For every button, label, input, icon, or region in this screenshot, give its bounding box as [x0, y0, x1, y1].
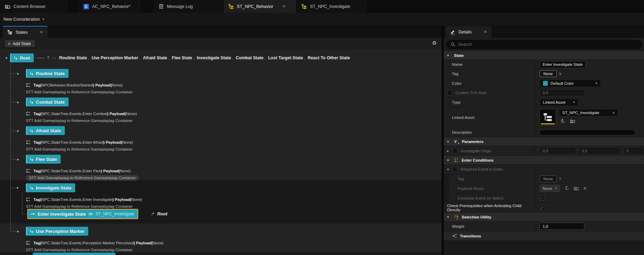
- expand-arrow[interactable]: ▾: [6, 56, 8, 60]
- tab-label: ST_NPC_Behavior: [237, 4, 273, 9]
- payload-struct-dropdown[interactable]: None ∨: [540, 185, 560, 192]
- task-afraid[interactable]: STT Add Gameplaytag to Reference Gamepla…: [26, 147, 133, 151]
- state-badge-use-perception-marker[interactable]: Use Perception Marker: [26, 227, 88, 236]
- tag-dropdown[interactable]: None: [540, 70, 557, 77]
- tree-connector: [22, 214, 27, 214]
- close-icon[interactable]: ✕: [40, 30, 43, 34]
- add-state-button[interactable]: + Add State: [4, 40, 35, 48]
- enter-condition-afraid[interactable]: Tag(NPC.StateTree.Events.Enter Afraid) P…: [26, 140, 133, 145]
- expand-arrow[interactable]: ▸: [17, 229, 19, 233]
- new-consideration-label: New Consideration: [3, 17, 40, 22]
- row-type: Type Linked Asset ∨: [444, 98, 644, 107]
- task-routine[interactable]: STT Add Gameplaytag to Reference Gamepla…: [26, 90, 133, 94]
- expand-arrow[interactable]: ▾: [17, 186, 19, 190]
- expand-arrow[interactable]: ▸: [17, 157, 19, 161]
- required-event-checkbox[interactable]: [452, 167, 457, 172]
- expand-arrow[interactable]: ▸: [17, 72, 19, 75]
- expand-arrow[interactable]: ▸: [17, 100, 19, 104]
- transition-target: Combat State: [236, 55, 264, 60]
- expand-arrow[interactable]: ▾: [444, 167, 449, 171]
- section-header-selection-utility[interactable]: ▾ Selection Utility: [444, 213, 644, 222]
- transition-target: Routine State: [59, 55, 87, 60]
- origin-z-input[interactable]: 0: [623, 147, 644, 154]
- expand-arrow[interactable]: ▸: [17, 129, 19, 133]
- close-icon[interactable]: ✕: [484, 30, 487, 34]
- description-input[interactable]: [540, 130, 635, 135]
- tab-content-browser[interactable]: Content Browser: [0, 0, 69, 13]
- tab-ac-npc-behavior[interactable]: C AC_NPC_Behavior*: [79, 0, 141, 13]
- enter-condition-use-perception[interactable]: Tag(NPC.StateTree.Events.Perception Mark…: [26, 241, 163, 245]
- section-header-transitions[interactable]: Transitions: [444, 231, 644, 241]
- state-badge-clipped[interactable]: [33, 253, 115, 255]
- task-use-perception[interactable]: STT Add Gameplaytag to Reference Gamepla…: [26, 248, 133, 252]
- details-empty-area: [444, 241, 644, 255]
- task-flee[interactable]: STT Add Gameplaytag to Reference Gamepla…: [29, 176, 139, 180]
- row-event-tag: Tag None ∨: [444, 174, 644, 184]
- state-badge-afraid[interactable]: Afraid State: [26, 126, 65, 135]
- gear-icon[interactable]: ⚙: [432, 41, 437, 46]
- investigate-origin-checkbox[interactable]: [452, 148, 457, 153]
- type-dropdown[interactable]: Linked Asset ∨: [540, 99, 578, 106]
- expand-arrow: ▾: [447, 215, 451, 219]
- new-consideration-menu[interactable]: New Consideration ∨: [0, 13, 48, 26]
- task-investigate[interactable]: STT Add Gameplaytag to Reference Gamepla…: [26, 204, 133, 208]
- chevron-down-icon[interactable]: ∨: [559, 177, 562, 180]
- state-enter-icon: [29, 129, 34, 133]
- root-state-row: ▾ Root ? → Routine State, Use Perception…: [6, 53, 350, 62]
- close-icon[interactable]: ✕: [283, 4, 286, 9]
- tree-connector: [10, 73, 17, 74]
- browse-to-asset-icon[interactable]: [574, 186, 579, 191]
- enter-condition-combat[interactable]: Tag(NPC.StateTree.Events.Enter Combat) P…: [26, 111, 137, 116]
- use-selected-asset-icon[interactable]: [564, 186, 570, 191]
- state-badge-enter-investigate-selected[interactable]: Enter Investigate State ST_NPC_Investiga…: [27, 209, 138, 219]
- custom-tick-rate-checkbox[interactable]: [447, 90, 452, 95]
- transition-to-root: ↗ Root: [151, 211, 168, 216]
- expand-arrow: ▾: [447, 53, 451, 57]
- consume-event-checkbox[interactable]: ✓: [540, 195, 545, 201]
- tab-states[interactable]: States ✕: [3, 26, 48, 38]
- search-input[interactable]: [458, 42, 637, 47]
- state-badge-root[interactable]: Root: [10, 53, 34, 62]
- section-header-parameters[interactable]: ▾ V Parameters: [444, 137, 644, 146]
- state-badge-investigate[interactable]: Investigate State: [26, 183, 75, 192]
- origin-x-input[interactable]: 0,0: [540, 147, 576, 154]
- enter-condition-flee[interactable]: Tag(NPC.StateTree.Events.Enter Flee) Pay…: [26, 169, 131, 173]
- task-combat[interactable]: STT Add Gameplaytag to Reference Gamepla…: [26, 119, 133, 123]
- origin-y-input[interactable]: 0,0: [579, 147, 621, 154]
- chevron-down-icon: ∨: [595, 82, 597, 85]
- add-state-label: Add State: [13, 41, 31, 46]
- enter-condition-routine[interactable]: Tag(NPCBehavior.RoutineStarted) Payload(…: [26, 83, 123, 88]
- state-badge-combat[interactable]: Combat State: [26, 98, 69, 106]
- enter-condition-investigate[interactable]: Tag(NPC.StateTree.Events.Enter Investiga…: [26, 197, 142, 202]
- tab-details[interactable]: Details ✕: [446, 26, 491, 38]
- check-prerequisites-checkbox[interactable]: ✓: [540, 205, 545, 210]
- name-input[interactable]: Enter Investigate State: [540, 61, 586, 68]
- row-payload-struct: Payload Struct None ∨ ✕: [444, 184, 644, 193]
- weight-input[interactable]: 1,0: [540, 223, 584, 230]
- linked-asset-thumbnail[interactable]: [540, 109, 556, 125]
- event-tag-dropdown[interactable]: None: [540, 175, 557, 182]
- section-header-state[interactable]: ▾ State: [444, 51, 644, 60]
- browse-to-asset-icon[interactable]: [570, 119, 575, 124]
- details-search-box[interactable]: [446, 40, 642, 49]
- search-icon: [451, 42, 455, 47]
- transitions-icon: [452, 233, 457, 238]
- use-selected-asset-icon[interactable]: [560, 119, 565, 124]
- details-panel: Details ✕ ▾ State Name Enter Investigate…: [444, 26, 644, 255]
- state-badge-routine[interactable]: Routine State: [26, 69, 69, 78]
- linked-asset-dropdown[interactable]: ST_NPC_Investigate ∨: [559, 109, 618, 116]
- section-header-enter-conditions[interactable]: ▾ Enter Conditions: [444, 156, 644, 165]
- custom-tick-rate-input[interactable]: 0,0: [540, 89, 584, 96]
- tab-message-log[interactable]: Message Log: [154, 0, 223, 13]
- tab-st-npc-investigate[interactable]: ST_NPC_Investigate: [296, 0, 368, 13]
- state-badge-flee[interactable]: Flee State: [26, 155, 61, 164]
- chevron-down-icon[interactable]: ∨: [559, 72, 562, 75]
- color-dropdown[interactable]: Default Color ∨: [540, 80, 601, 87]
- tab-st-npc-behavior[interactable]: ST_NPC_Behavior ✕: [223, 0, 296, 13]
- selection-utility-icon: [454, 215, 459, 220]
- transition-dash: [37, 58, 44, 58]
- clear-icon[interactable]: ✕: [583, 186, 587, 191]
- expand-arrow[interactable]: ▸: [444, 149, 449, 153]
- tree-connector: [22, 193, 22, 214]
- condition-icon: [26, 140, 31, 145]
